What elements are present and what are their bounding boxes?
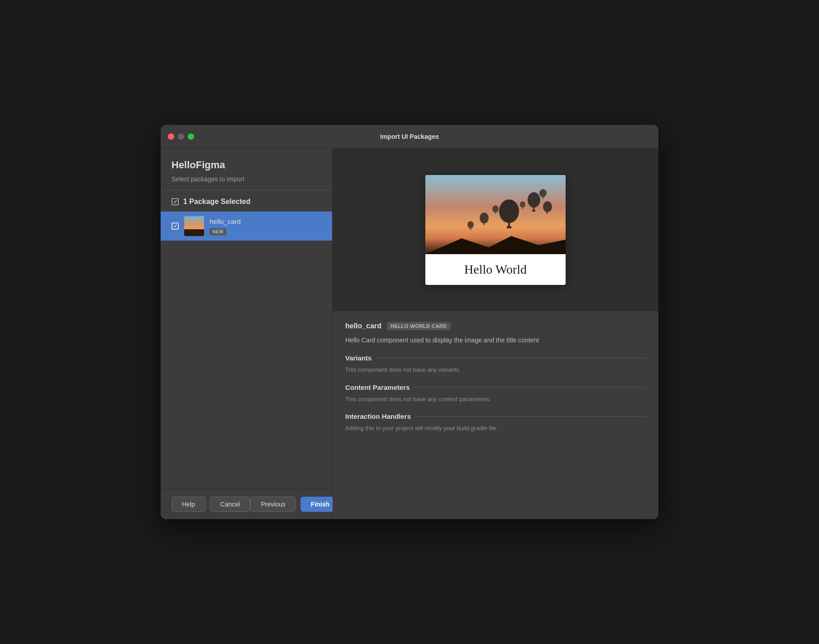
handlers-section-body: Adding this to your project will modify … <box>345 424 646 433</box>
svg-rect-2 <box>508 223 510 226</box>
package-checkbox[interactable] <box>171 223 179 230</box>
card-title-area: Hello World <box>425 254 566 285</box>
titlebar: Import UI Packages <box>161 125 658 148</box>
svg-point-13 <box>539 189 547 197</box>
svg-rect-3 <box>507 226 511 228</box>
svg-rect-8 <box>547 212 548 214</box>
maximize-button[interactable] <box>188 133 194 140</box>
svg-point-17 <box>520 201 525 208</box>
details-badge: HELLO WORLD CARD <box>387 322 451 330</box>
package-list-header: 1 Package Selected <box>161 190 332 212</box>
svg-point-1 <box>499 199 519 223</box>
svg-point-11 <box>467 221 474 228</box>
card-preview: Hello World <box>425 175 566 285</box>
content-area: HelloFigma Select packages to import 1 P… <box>161 148 658 519</box>
svg-rect-16 <box>495 213 496 214</box>
balloons-svg <box>425 175 566 254</box>
svg-point-9 <box>480 213 489 223</box>
window-title: Import UI Packages <box>380 133 439 140</box>
svg-rect-10 <box>483 223 484 225</box>
content-params-section-title: Content Parameters <box>345 384 646 391</box>
traffic-lights <box>168 133 194 140</box>
previous-button[interactable]: Previous <box>250 497 295 512</box>
main-window: Import UI Packages HelloFigma Select pac… <box>161 125 658 519</box>
footer-left: Help Cancel <box>171 497 250 512</box>
cancel-button[interactable]: Cancel <box>210 497 251 512</box>
details-package-name: hello_card <box>345 322 381 330</box>
svg-rect-12 <box>470 228 471 230</box>
right-panel: Hello World hello_card HELLO WORLD CARD … <box>333 148 658 519</box>
preview-area: Hello World <box>333 148 658 311</box>
package-list: hello_card NEW <box>161 212 332 489</box>
svg-rect-14 <box>543 197 543 199</box>
help-button[interactable]: Help <box>171 497 205 512</box>
package-item[interactable]: hello_card NEW <box>161 212 332 241</box>
footer: Help Cancel Previous Finish <box>161 489 332 519</box>
minimize-button[interactable] <box>178 133 184 140</box>
details-description: Hello Card component used to display the… <box>345 336 646 345</box>
svg-point-15 <box>492 205 499 213</box>
svg-rect-18 <box>522 208 523 209</box>
package-badge: NEW <box>210 228 226 235</box>
variants-section-title: Variants <box>345 354 646 362</box>
close-button[interactable] <box>168 133 174 140</box>
handlers-section-title: Interaction Handlers <box>345 412 646 420</box>
app-title: HelloFigma <box>171 159 321 171</box>
sidebar: HelloFigma Select packages to import 1 P… <box>161 148 333 519</box>
svg-point-4 <box>528 192 540 208</box>
package-thumbnail <box>184 216 204 236</box>
package-name: hello_card <box>210 218 321 225</box>
variants-section-body: This component does not have any variant… <box>345 365 646 374</box>
package-count-label: 1 Package Selected <box>183 198 251 206</box>
select-all-checkbox[interactable] <box>171 198 179 205</box>
package-info: hello_card NEW <box>210 218 321 235</box>
card-title: Hello World <box>464 262 527 276</box>
details-title-row: hello_card HELLO WORLD CARD <box>345 322 646 330</box>
content-params-section-body: This component does not have any content… <box>345 395 646 404</box>
sidebar-subtitle: Select packages to import <box>171 175 321 183</box>
card-image <box>425 175 566 254</box>
footer-right: Previous Finish <box>250 497 340 512</box>
svg-point-7 <box>543 201 552 212</box>
sidebar-header: HelloFigma Select packages to import <box>161 148 332 190</box>
details-panel: hello_card HELLO WORLD CARD Hello Card c… <box>333 311 658 519</box>
svg-rect-5 <box>533 207 534 210</box>
svg-rect-6 <box>532 210 535 212</box>
